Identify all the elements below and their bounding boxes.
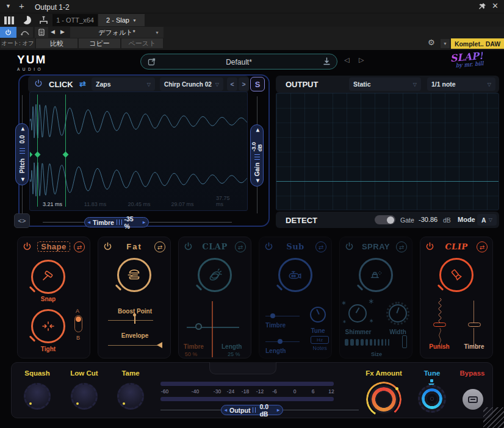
timbre-slider[interactable]: ◂ Timbre -35 % ▸ <box>84 217 149 227</box>
copy-button[interactable]: コピー <box>79 38 120 48</box>
close-icon[interactable]: ✕ <box>492 2 499 10</box>
preset-prev-icon[interactable]: ◀ <box>51 29 55 35</box>
daw-badge[interactable]: Komplet.. DAW <box>451 38 504 49</box>
bypass-button[interactable] <box>463 389 483 410</box>
clap-y-axis[interactable] <box>212 301 213 357</box>
size-handle[interactable] <box>402 335 407 348</box>
add-plugin-button[interactable]: + <box>19 1 24 10</box>
preset-prev-outline-icon[interactable]: ◁ <box>344 56 349 64</box>
tame-knob[interactable] <box>117 383 144 410</box>
loop-range-button[interactable]: <> <box>14 213 30 228</box>
timbre-dec-arrow[interactable]: ◂ <box>88 219 90 225</box>
sub-knob[interactable] <box>278 258 312 292</box>
clip-randomize-icon[interactable]: ⇄ <box>477 241 488 252</box>
clap-xy-handle[interactable] <box>195 323 202 330</box>
output-inc-arrow[interactable]: ▸ <box>277 407 279 413</box>
gain-grip <box>254 155 260 160</box>
boost-point-track[interactable] <box>108 320 153 321</box>
sub-hz-toggle[interactable]: Hz <box>311 336 329 344</box>
sub-notes-label[interactable]: Notes <box>311 345 329 351</box>
sub-timbre-handle[interactable] <box>270 313 275 318</box>
end-marker[interactable] <box>65 95 66 207</box>
module-clap: CLAP ⇄ Timbre 50 % Length 25 % <box>178 237 251 358</box>
preset-next-outline-icon[interactable]: ▷ <box>359 56 364 64</box>
sub-length-handle[interactable] <box>278 339 283 344</box>
click-category-dropdown[interactable]: Zaps▽ <box>92 77 155 91</box>
size-bar[interactable] <box>345 338 389 346</box>
squash-knob[interactable] <box>24 383 51 410</box>
channel-list-icon[interactable] <box>4 16 14 24</box>
envelope-track[interactable] <box>108 345 160 346</box>
ab-b-label: B <box>76 335 80 341</box>
routing-icon[interactable] <box>38 16 49 27</box>
clap-randomize-icon[interactable]: ⇄ <box>235 241 246 252</box>
shimmer-knob[interactable] <box>348 304 367 323</box>
clip-knob[interactable] <box>439 258 473 292</box>
tab-slap[interactable]: 2 - Slap▼ <box>98 14 145 26</box>
preset-next-icon[interactable]: ▶ <box>60 29 65 35</box>
sub-randomize-icon[interactable]: ⇄ <box>315 241 326 252</box>
snap-knob[interactable] <box>31 260 65 294</box>
window-menu-icon[interactable]: ▼ <box>5 4 11 9</box>
tab-ott[interactable]: 1 - OTT_x64 <box>52 14 98 26</box>
fat-knob[interactable] <box>117 258 151 292</box>
pitch-slider[interactable]: ◂ Pitch 0.0 ▸ <box>15 123 29 185</box>
sample-prev-button[interactable]: < <box>227 77 237 91</box>
solo-button[interactable]: S <box>250 77 265 91</box>
clip-timbre-handle[interactable] <box>468 323 481 327</box>
randomize-swap-icon[interactable]: ⇄ <box>79 79 86 88</box>
settings-gear-icon[interactable]: ⚙ <box>428 38 435 47</box>
click-sample-dropdown[interactable]: Chirp Crunch 02▽ <box>160 77 223 91</box>
preset-save-icon[interactable] <box>323 57 331 68</box>
output-slider[interactable]: ◂ Output 0.0 dB ▸ <box>221 405 283 415</box>
pitch-dec-arrow[interactable]: ◂ <box>19 178 26 181</box>
threshold-value[interactable]: -30.86 <box>419 216 437 223</box>
shape-randomize-icon[interactable]: ⇄ <box>74 241 85 252</box>
resize-grip[interactable] <box>483 407 504 428</box>
timbre-inc-arrow[interactable]: ▸ <box>143 219 145 225</box>
compare-button[interactable]: 比較 <box>36 38 77 48</box>
preset-bar[interactable]: Default* <box>140 54 337 70</box>
click-waveform-display[interactable]: 3.21 ms 11.83 ms 20.45 ms 29.07 ms 37.75… <box>29 91 248 211</box>
gate-toggle-knob <box>387 216 394 224</box>
automation-mode-label[interactable]: オート: オフ <box>1 38 35 48</box>
gain-slider[interactable]: ◂ Gain -3.0 dB ▸ <box>250 124 264 187</box>
sub-length-track[interactable] <box>265 341 300 342</box>
tight-knob[interactable] <box>31 309 65 343</box>
pitch-inc-arrow[interactable]: ▸ <box>19 127 26 130</box>
clap-x-axis[interactable] <box>187 327 239 328</box>
preset-file-icon[interactable] <box>35 27 48 38</box>
output-rate-dropdown[interactable]: 1/1 note▽ <box>427 77 495 91</box>
drawer-handle[interactable] <box>209 362 276 374</box>
clap-knob[interactable] <box>198 258 232 292</box>
boost-point-handle[interactable] <box>134 316 135 324</box>
fx-amount-knob[interactable] <box>366 382 401 417</box>
output-dec-arrow[interactable]: ◂ <box>225 407 227 413</box>
host-preset-dropdown[interactable]: デフォルト* ▼ <box>70 27 164 38</box>
click-power-button[interactable] <box>34 79 43 90</box>
mixer-pie-icon[interactable] <box>22 15 32 27</box>
envelope-handle[interactable] <box>157 342 162 348</box>
paste-button[interactable]: ペースト <box>121 38 163 48</box>
pin-icon[interactable] <box>478 2 486 13</box>
plugin-menu-dropdown[interactable]: ▼ <box>441 39 450 48</box>
lowcut-knob[interactable] <box>71 383 98 410</box>
spray-randomize-icon[interactable]: ⇄ <box>396 241 407 252</box>
spray-knob[interactable] <box>359 258 393 292</box>
width-knob[interactable] <box>389 304 407 323</box>
tune-knob[interactable] <box>418 385 446 413</box>
gain-dec-arrow[interactable]: ◂ <box>254 179 261 182</box>
start-marker[interactable] <box>37 95 38 207</box>
sample-next-button[interactable]: > <box>239 77 249 91</box>
automation-icon[interactable] <box>16 27 33 38</box>
click-header: CLICK ⇄ Zaps▽ Chirp Crunch 02▽ < > <box>28 76 249 93</box>
gate-toggle[interactable] <box>375 215 395 224</box>
plugin-power-button[interactable] <box>0 27 16 38</box>
fat-randomize-icon[interactable]: ⇄ <box>154 241 165 252</box>
output-mode-dropdown[interactable]: Static▽ <box>349 77 421 91</box>
punish-handle[interactable] <box>433 323 446 327</box>
gain-inc-arrow[interactable]: ▸ <box>254 129 261 132</box>
ab-toggle[interactable] <box>74 315 82 332</box>
sub-tune-knob[interactable] <box>310 307 326 323</box>
detect-mode-dropdown[interactable]: A▽ <box>477 214 497 226</box>
